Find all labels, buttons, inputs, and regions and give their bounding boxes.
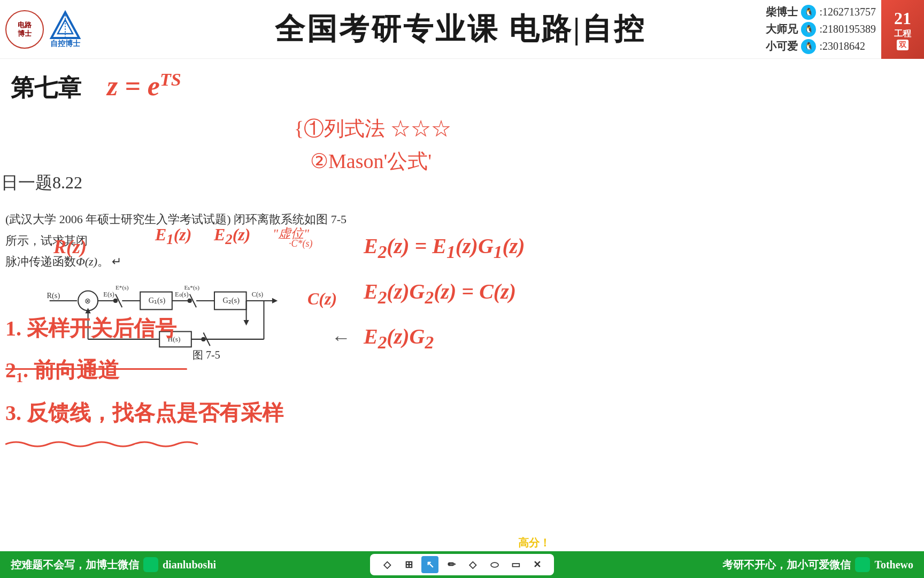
zikong-logo-icon bbox=[49, 10, 81, 42]
method-item2: ②Mason'公式' bbox=[310, 145, 451, 178]
toolbar-btn-pen[interactable]: ✏ bbox=[443, 556, 460, 573]
logo-dianlu: 电路 博士 bbox=[5, 10, 44, 49]
step2-text: 21. 前向通道 bbox=[5, 352, 283, 390]
svg-text:C(s): C(s) bbox=[252, 291, 263, 298]
svg-text:E₁*(s): E₁*(s) bbox=[184, 284, 199, 291]
wechat-icon-right bbox=[855, 557, 870, 572]
qq-icon-3: 🐧 bbox=[801, 39, 816, 54]
badge-text: 工程 bbox=[894, 28, 911, 40]
qq-icon-2: 🐧 bbox=[801, 22, 816, 37]
toolbar-btn-diamond[interactable]: ◇ bbox=[379, 556, 396, 573]
svg-text:E(s): E(s) bbox=[103, 291, 114, 298]
svg-text:E₀(s): E₀(s) bbox=[175, 291, 189, 298]
zikong-label: 自控博士 bbox=[50, 39, 80, 49]
contact-row-1: 柴博士 🐧 :1262713757 bbox=[766, 5, 876, 20]
svg-marker-25 bbox=[272, 298, 278, 303]
chapter-title: 第七章 bbox=[11, 72, 81, 104]
svg-text:R(s): R(s) bbox=[47, 291, 60, 300]
svg-text:⊗: ⊗ bbox=[84, 296, 91, 305]
chapter-label-text: 第七章 bbox=[11, 75, 81, 101]
method-item1: {①列式法 ☆☆☆ bbox=[294, 112, 451, 145]
svg-text:G₂(s): G₂(s) bbox=[222, 296, 240, 305]
wechat-icon-left bbox=[143, 557, 158, 572]
contact-qq-2: :2180195389 bbox=[819, 23, 876, 35]
step3-underline bbox=[5, 439, 209, 448]
date-label: 日一题8.22 bbox=[1, 171, 82, 195]
bottom-right-suffix: Tothewо bbox=[874, 559, 913, 571]
header: 电路 博士 自控博士 全国考研专业课 电路|自控 柴博士 🐧 :12627137… bbox=[0, 0, 924, 59]
toolbar-btn-shape[interactable]: ◇ bbox=[464, 556, 481, 573]
bottom-left-text: 控难题不会写，加博士微信 bbox=[11, 558, 139, 572]
steps-annotation: 1. 采样开关后信号 21. 前向通道 3. 反馈线，找各点是否有采样 bbox=[5, 310, 283, 431]
rz-label: R(z) bbox=[53, 235, 87, 258]
contact-area: 柴博士 🐧 :1262713757 大师兄 🐧 :2180195389 小可爱 … bbox=[766, 5, 876, 54]
e1z-label: E1(z) bbox=[155, 225, 191, 248]
contact-row-2: 大师兄 🐧 :2180195389 bbox=[766, 22, 876, 37]
toolbar-btn-grid[interactable]: ⊞ bbox=[400, 556, 417, 573]
main-content: 第七章 z = eTS 日一题8.22 {①列式法 ☆☆☆ ②Mason'公式'… bbox=[0, 59, 924, 551]
toolbar-btn-close[interactable]: ✕ bbox=[528, 556, 545, 573]
qq-icon-1: 🐧 bbox=[801, 5, 816, 20]
step1-text: 1. 采样开关后信号 bbox=[5, 310, 283, 347]
svg-point-10 bbox=[113, 299, 118, 303]
toolbar-btn-ellipse[interactable]: ⬭ bbox=[486, 556, 503, 573]
eq2: E2(z)G2(z) = C(z) bbox=[364, 270, 525, 316]
toolbar-center: ◇ ⊞ ↖ ✏ ◇ ⬭ ▭ ✕ bbox=[370, 554, 554, 575]
contact-qq-3: :23018642 bbox=[819, 40, 865, 52]
equations-annotation: E2(z) = E1(z)G1(z) E2(z)G2(z) = C(z) E2(… bbox=[364, 225, 525, 361]
badge-number: 21 bbox=[894, 9, 911, 28]
bottom-right: 考研不开心，加小可爱微信 Tothewо bbox=[722, 557, 913, 572]
bottom-wechat-id: dianluboshi bbox=[163, 559, 216, 571]
badge-sub: 双 bbox=[897, 40, 908, 50]
step3-text: 3. 反馈线，找各点是否有采样 bbox=[5, 395, 283, 431]
method-annotation: {①列式法 ☆☆☆ ②Mason'公式' bbox=[294, 112, 451, 178]
logo-area: 电路 博士 自控博士 bbox=[5, 10, 155, 49]
contact-name-2: 大师兄 bbox=[766, 22, 798, 36]
bottom-bar: 控难题不会写，加博士微信 dianluboshi ◇ ⊞ ↖ ✏ ◇ ⬭ ▭ ✕… bbox=[0, 551, 924, 578]
formula-annotation: z = eTS bbox=[107, 70, 181, 102]
contact-name-1: 柴博士 bbox=[766, 5, 798, 19]
contact-qq-1: :1262713757 bbox=[819, 6, 876, 18]
svg-text:E*(s): E*(s) bbox=[116, 284, 129, 291]
logo-zikong: 自控博士 bbox=[49, 10, 81, 49]
cstar-label: ·C*(s) bbox=[289, 238, 313, 249]
eq3: E2(z)G2 bbox=[364, 315, 525, 361]
badge-21: 21 工程 双 bbox=[881, 0, 924, 59]
arrow-annotation: ← bbox=[332, 326, 351, 349]
contact-row-3: 小可爱 🐧 :23018642 bbox=[766, 39, 876, 54]
e2z-label: E2(z) bbox=[214, 225, 250, 248]
toolbar-btn-rect[interactable]: ▭ bbox=[507, 556, 524, 573]
eq1: E2(z) = E1(z)G1(z) bbox=[364, 225, 525, 270]
svg-text:G₁(s): G₁(s) bbox=[149, 296, 166, 305]
svg-point-18 bbox=[188, 299, 192, 303]
header-title: 全国考研专业课 电路|自控 bbox=[155, 9, 766, 50]
bottom-left: 控难题不会写，加博士微信 dianluboshi bbox=[11, 557, 216, 572]
toolbar-btn-cursor[interactable]: ↖ bbox=[421, 556, 438, 573]
bottom-right-text: 考研不开心，加小可爱微信 bbox=[722, 558, 851, 572]
contact-name-3: 小可爱 bbox=[766, 39, 798, 54]
step2-underline bbox=[5, 368, 187, 370]
